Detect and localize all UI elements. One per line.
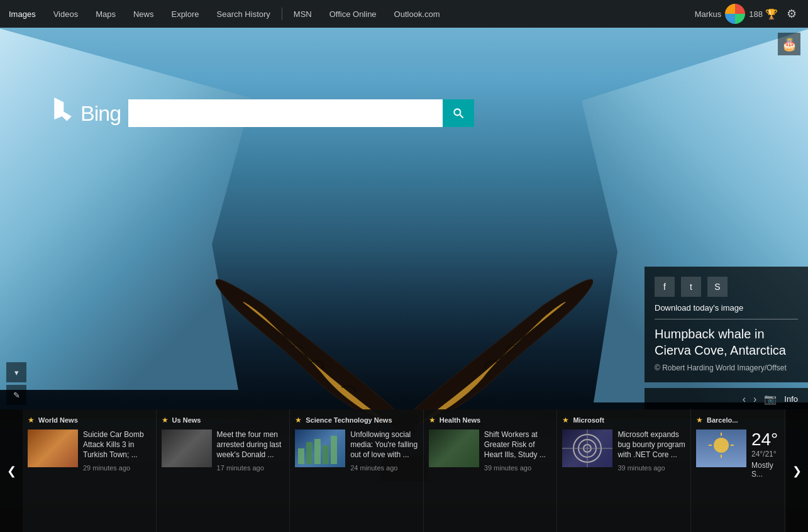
nav-links: Images Videos Maps News Explore Search H… [0,0,695,28]
nav-link-search-history[interactable]: Search History [208,0,279,28]
nav-right: Markus 188 🏆 ⚙ [695,4,808,24]
svg-rect-6 [314,439,321,464]
star-icon: ★ [28,416,35,424]
news-item[interactable]: Suicide Car Bomb Attack Kills 3 in Turki… [28,429,151,472]
section-title-world: World News [38,416,78,424]
section-header-health: ★ Health News [429,416,552,424]
svg-rect-8 [331,436,337,464]
news-thumbnail [429,429,479,467]
points-badge[interactable]: 188 🏆 [749,8,778,20]
nav-link-images[interactable]: Images [0,0,45,28]
weather-desc: Mostly S... [751,461,780,479]
image-info-panel: f t S Download today's image Humpback wh… [645,267,808,382]
news-thumbnail [162,429,212,467]
news-item[interactable]: Meet the four men arrested during last w… [162,429,285,472]
section-title-us: Us News [172,416,201,424]
section-header-science: ★ Science Technology News [295,416,418,424]
nav-link-msn[interactable]: MSN [285,0,321,28]
news-section-us: ★ Us News Meet the four men arrested dur… [157,409,291,532]
news-arrow-right[interactable]: ❯ [785,409,808,532]
star-icon: ★ [295,416,302,424]
news-headline: Unfollowing social media: You're falling… [350,429,418,460]
top-navigation: Images Videos Maps News Explore Search H… [0,0,808,28]
news-content: Unfollowing social media: You're falling… [350,429,418,472]
left-controls: ▾ ✎ [6,362,26,405]
panel-prev-button[interactable]: ‹ [743,394,746,405]
news-time: 29 minutes ago [83,464,151,472]
nav-link-videos[interactable]: Videos [45,0,87,28]
news-thumbnail [28,429,78,467]
search-button[interactable] [443,99,474,127]
scroll-down-button[interactable]: ▾ [6,362,26,382]
weather-content: 24° 24°/21° Mostly S... [751,429,780,479]
share-skype-button[interactable]: S [707,277,728,297]
birthday-badge-button[interactable]: 🎂 [778,33,800,55]
download-image-link[interactable]: Download today's image [655,303,798,319]
svg-line-3 [460,114,463,118]
news-thumbnail [562,429,612,467]
svg-rect-7 [323,445,329,464]
news-content: Meet the four men arrested during last w… [217,429,285,472]
edit-button[interactable]: ✎ [6,385,26,405]
svg-rect-4 [298,448,304,464]
nav-link-news[interactable]: News [125,0,163,28]
nav-divider [282,8,282,20]
news-section-microsoft: ★ Microsoft Microsoft expands bug bounty… [557,409,691,532]
news-section-science: ★ Science Technology News Unfollowing so… [290,409,424,532]
news-headline: Shift Workers at Greater Risk of Heart I… [484,429,552,460]
news-item[interactable]: Microsoft expands bug bounty program wit… [562,429,685,472]
nav-link-maps[interactable]: Maps [87,0,125,28]
svg-rect-5 [306,442,313,464]
points-value: 188 [749,9,763,19]
panel-next-button[interactable]: › [753,394,756,405]
bing-b-icon [50,97,75,129]
image-credit: © Robert Harding World Imagery/Offset [655,363,798,372]
info-label[interactable]: Info [784,394,798,404]
news-content: Microsoft expands bug bounty program wit… [617,429,685,472]
search-icon [452,107,465,119]
iceberg-left [0,25,252,390]
news-time: 39 minutes ago [484,464,552,472]
nav-link-office[interactable]: Office Online [321,0,385,28]
bing-logo: Bing [50,97,121,129]
search-input[interactable] [128,99,443,127]
weather-thumbnail [696,429,746,467]
user-section[interactable]: Markus [695,4,746,24]
section-title-microsoft: Microsoft [573,416,604,424]
weather-item[interactable]: 24° 24°/21° Mostly S... [696,429,780,479]
news-section-barcelona: ★ Barcelo... 24° 24°/21° Mostly S. [691,409,785,532]
news-time: 17 minutes ago [217,464,285,472]
share-twitter-button[interactable]: t [681,277,701,297]
news-headline: Meet the four men arrested during last w… [217,429,285,460]
section-header-world: ★ World News [28,416,151,424]
news-section-health: ★ Health News Shift Workers at Greater R… [424,409,558,532]
nav-link-explore[interactable]: Explore [162,0,208,28]
weather-temp: 24° [751,429,780,450]
star-icon: ★ [696,416,703,424]
news-time: 39 minutes ago [617,464,685,472]
news-sections: ★ World News Suicide Car Bomb Attack Kil… [23,409,785,532]
section-header-microsoft: ★ Microsoft [562,416,685,424]
user-avatar [725,4,745,24]
search-box [128,99,474,127]
share-icons: f t S [655,277,798,297]
news-headline: Suicide Car Bomb Attack Kills 3 in Turki… [83,429,151,460]
star-icon: ★ [429,416,436,424]
news-time: 24 minutes ago [350,464,418,472]
news-section-world: ★ World News Suicide Car Bomb Attack Kil… [23,409,157,532]
share-facebook-button[interactable]: f [655,277,675,297]
bing-text: Bing [80,101,121,126]
camera-icon: 📷 [764,393,777,405]
news-headline: Microsoft expands bug bounty program wit… [617,429,685,460]
svg-point-2 [454,109,460,115]
news-arrow-left[interactable]: ❮ [0,409,23,532]
news-item[interactable]: Unfollowing social media: You're falling… [295,429,418,472]
section-title-barcelona: Barcelo... [707,416,738,424]
nav-link-outlook[interactable]: Outlook.com [385,0,449,28]
settings-icon[interactable]: ⚙ [782,7,802,21]
image-title: Humpback whale in Cierva Cove, Antarctic… [655,326,798,358]
news-item[interactable]: Shift Workers at Greater Risk of Heart I… [429,429,552,472]
section-title-health: Health News [440,416,480,424]
star-icon: ★ [162,416,169,424]
svg-point-14 [714,438,729,453]
